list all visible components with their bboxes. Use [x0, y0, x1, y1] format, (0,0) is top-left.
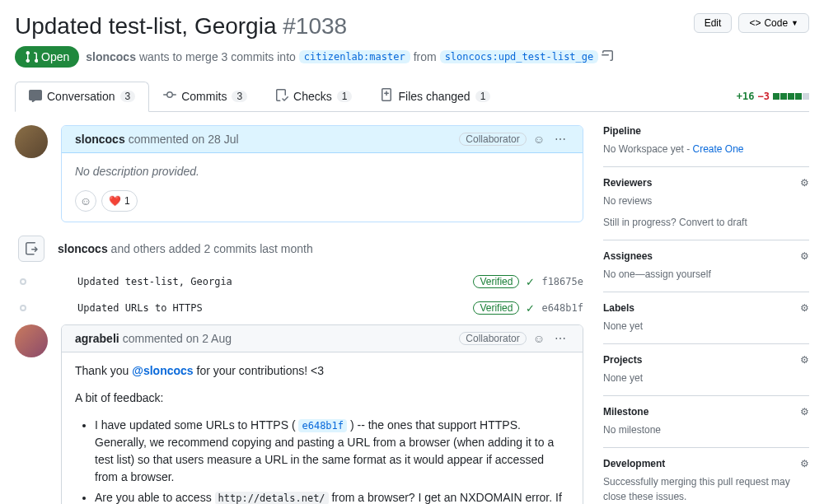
inline-code: http://detals.net/ — [215, 492, 329, 504]
sidebar-assignees: ⚙ Assignees No one—assign yourself — [603, 240, 809, 292]
git-commit-icon — [163, 88, 176, 104]
user-mention[interactable]: @sloncocs — [132, 364, 193, 377]
deletions-count: −3 — [758, 91, 770, 102]
tab-commits[interactable]: Commits 3 — [149, 81, 261, 111]
check-icon[interactable]: ✓ — [526, 276, 535, 288]
sidebar-milestone: ⚙ Milestone No milestone — [603, 396, 809, 448]
commit-sha[interactable]: f18675e — [541, 276, 583, 287]
smiley-icon[interactable]: ☺ — [530, 133, 548, 146]
files-count: 1 — [475, 91, 491, 102]
pr-title-wrap: Updated test-list, Georgia #1038 — [15, 13, 347, 40]
create-workspace-link[interactable]: Create One — [692, 143, 743, 155]
timeline-dot — [20, 305, 26, 311]
base-branch-label[interactable]: citizenlab:master — [299, 50, 410, 63]
kebab-icon[interactable]: ⋯ — [551, 133, 569, 146]
sidebar-title: Pipeline — [603, 125, 809, 137]
pr-number: #1038 — [283, 13, 347, 39]
tab-nav: Conversation 3 Commits 3 Checks 1 Files … — [15, 81, 809, 112]
sidebar-pipeline: Pipeline No Workspace yet - Create One — [603, 125, 809, 167]
merge-description: sloncocs wants to merge 3 commits into c… — [86, 49, 615, 65]
file-diff-icon — [380, 88, 393, 104]
commits-count: 3 — [232, 91, 247, 102]
comment-box: sloncocs commented on 28 Jul Collaborato… — [61, 125, 583, 222]
tab-conversation[interactable]: Conversation 3 — [15, 82, 149, 112]
gear-icon[interactable]: ⚙ — [800, 458, 809, 469]
sidebar-title[interactable]: Projects — [603, 354, 809, 366]
avatar[interactable] — [15, 125, 48, 158]
commit-sha[interactable]: e648b1f — [541, 302, 583, 314]
no-description-text: No description provided. — [75, 165, 199, 178]
discussion-timeline: sloncocs commented on 28 Jul Collaborato… — [15, 125, 583, 504]
feedback-item: Are you able to access http://detals.net… — [95, 489, 569, 504]
comment-discussion-icon — [29, 89, 42, 105]
caret-down-icon: ▼ — [791, 19, 798, 27]
checklist-icon — [275, 88, 288, 104]
git-pull-request-icon — [25, 50, 38, 63]
avatar[interactable] — [54, 300, 71, 316]
gear-icon[interactable]: ⚙ — [800, 250, 809, 262]
copy-icon[interactable] — [602, 49, 615, 65]
role-badge: Collaborator — [459, 133, 526, 146]
add-reaction-button[interactable]: ☺ — [75, 190, 96, 212]
comment-header: sloncocs commented on 28 Jul Collaborato… — [62, 126, 583, 153]
commit-message[interactable]: Updated URLs to HTTPS — [77, 302, 466, 314]
sidebar-labels: ⚙ Labels None yet — [603, 292, 809, 344]
repo-push-icon — [18, 236, 44, 262]
avatar[interactable] — [15, 324, 48, 357]
assign-yourself-link[interactable]: No one—assign yourself — [603, 267, 809, 282]
comment-box: agrabeli commented on 2 Aug Collaborator… — [61, 324, 583, 504]
comment-author[interactable]: agrabeli — [75, 332, 119, 345]
gear-icon[interactable]: ⚙ — [800, 177, 809, 189]
comment-header: agrabeli commented on 2 Aug Collaborator… — [62, 325, 583, 352]
pr-title: Updated test-list, Georgia #1038 — [15, 13, 347, 40]
sidebar-title[interactable]: Milestone — [603, 406, 809, 418]
check-icon[interactable]: ✓ — [526, 302, 535, 315]
diff-squares — [773, 93, 809, 100]
event-actor[interactable]: sloncocs — [58, 242, 108, 255]
feedback-item: I have updated some URLs to HTTPS ( e648… — [95, 417, 569, 486]
avatar[interactable] — [54, 273, 71, 290]
conversation-count: 3 — [120, 91, 136, 102]
inline-sha[interactable]: e648b1f — [298, 419, 347, 432]
sidebar-title[interactable]: Labels — [603, 302, 809, 314]
state-open-pill: Open — [15, 46, 79, 68]
smiley-icon[interactable]: ☺ — [530, 332, 548, 345]
verified-badge[interactable]: Verified — [473, 275, 519, 288]
sidebar-development: ⚙ Development Successfully merging this … — [603, 448, 809, 504]
convert-draft-link[interactable]: Still in progress? Convert to draft — [603, 215, 809, 230]
commit-message[interactable]: Updated test-list, Georgia — [77, 276, 466, 287]
gear-icon[interactable]: ⚙ — [800, 302, 809, 314]
commit-row: Updated test-list, Georgia Verified ✓ f1… — [54, 272, 583, 292]
gear-icon[interactable]: ⚙ — [800, 406, 809, 418]
sidebar-reviewers: ⚙ Reviewers No reviews Still in progress… — [603, 167, 809, 240]
comment-body: Thank you @sloncocs for your contributio… — [62, 352, 583, 504]
commit-row: Updated URLs to HTTPS Verified ✓ e648b1f — [54, 298, 583, 318]
diff-stat[interactable]: +16 −3 — [737, 91, 809, 102]
timeline-dot — [20, 278, 26, 285]
sidebar-title[interactable]: Development — [603, 458, 809, 469]
merge-actor: sloncocs — [86, 50, 136, 63]
comment-timestamp[interactable]: on 28 Jul — [192, 133, 239, 146]
comment-author[interactable]: sloncocs — [75, 133, 125, 146]
gear-icon[interactable]: ⚙ — [800, 354, 809, 366]
role-badge: Collaborator — [459, 332, 526, 345]
code-icon: <> — [749, 17, 761, 29]
sidebar-title[interactable]: Assignees — [603, 250, 809, 262]
kebab-icon[interactable]: ⋯ — [551, 332, 569, 345]
pr-title-text: Updated test-list, Georgia — [15, 13, 277, 39]
additions-count: +16 — [737, 91, 755, 102]
sidebar-title[interactable]: Reviewers — [603, 177, 809, 189]
verified-badge[interactable]: Verified — [473, 301, 519, 315]
sidebar-projects: ⚙ Projects None yet — [603, 344, 809, 396]
tab-checks[interactable]: Checks 1 — [261, 81, 366, 111]
head-branch-label[interactable]: sloncocs:upd_test-list_ge — [440, 50, 599, 63]
comment-timestamp[interactable]: on 2 Aug — [186, 332, 232, 345]
reaction-heart[interactable]: ❤️ 1 — [101, 190, 138, 212]
sidebar: Pipeline No Workspace yet - Create One ⚙… — [603, 125, 809, 504]
code-button[interactable]: <> Code ▼ — [738, 13, 809, 33]
tab-files[interactable]: Files changed 1 — [366, 81, 504, 111]
comment-body: No description provided. — [62, 153, 583, 190]
push-event: sloncocs and others added 2 commits last… — [15, 236, 583, 262]
checks-count: 1 — [337, 91, 353, 102]
edit-button[interactable]: Edit — [694, 13, 733, 33]
